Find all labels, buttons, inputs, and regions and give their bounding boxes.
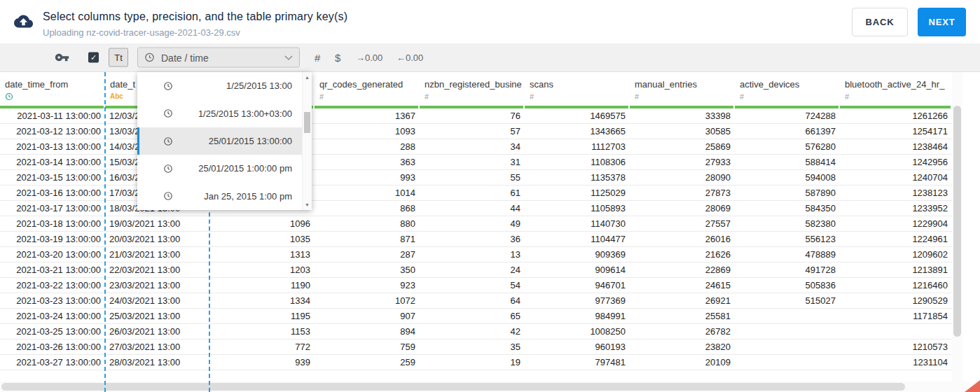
table-cell: 61 [420,186,525,200]
back-button[interactable]: BACK [852,8,908,36]
table-cell: 27/03/2021 13:00 [105,340,209,354]
table-cell: 2021-03-26 13:00:00 [0,340,105,354]
wizard-header: Select columns type, precision, and the … [0,0,980,43]
table-cell: 1035 [209,232,315,246]
table-row: 2021-03-19 13:00:0020/03/2021 13:0010358… [0,232,952,247]
table-cell: 23820 [630,340,735,354]
table-cell: 363 [315,155,420,169]
table-cell: 946701 [525,278,630,293]
column-name: manual_entries [635,79,697,90]
table-cell: 2021-03-13 13:00:00 [0,139,105,154]
table-cell: 576280 [735,139,840,154]
table-cell: 26782 [630,324,735,339]
column-name: date_t [110,79,135,90]
table-cell: 724288 [735,108,840,123]
table-cell: 30585 [630,124,735,139]
table-cell: 26016 [630,232,735,246]
table-cell: 2021-03-23 13:00:00 [0,293,105,308]
table-cell: 871 [315,232,420,246]
table-cell: 939 [209,355,315,370]
table-cell: 584350 [735,201,840,216]
table-cell: 28069 [630,201,735,216]
table-cell: 24 [420,262,525,277]
menu-scrollbar[interactable]: ▲ ▼ [302,72,312,210]
table-cell: 1313 [209,247,315,262]
table-cell: 594008 [735,170,840,185]
table-cell: 76 [420,108,525,123]
scroll-down-icon[interactable]: ▼ [303,202,312,207]
column-header-bluetooth_active_24_hr_[interactable]: bluetooth_active_24_hr_# [840,72,952,108]
vertical-scroll-thumb[interactable] [953,106,961,337]
table-cell: 587890 [735,186,840,200]
table-cell: 1135378 [525,170,630,185]
menu-scroll-thumb[interactable] [304,112,310,133]
primary-key-icon[interactable] [55,50,69,65]
column-header-active_devices[interactable]: active_devices# [735,72,840,108]
column-header-scans[interactable]: scans# [525,72,630,108]
increase-decimals-button[interactable]: ←0.00 [396,52,423,63]
text-type-label: Abc [110,92,123,100]
table-cell: 49 [420,216,525,231]
table-cell: 1096 [209,216,315,231]
table-cell: 2021-03-22 13:00:00 [0,278,105,293]
format-option[interactable]: 1/25/2015 13:00+03:00 [137,99,302,127]
column-header-nzbn_registered_busine[interactable]: nzbn_registered_busine# [420,72,525,108]
column-header-date_time_from[interactable]: date_time_from [0,72,105,108]
table-cell: 1093 [315,124,420,139]
number-type-label: # [845,92,849,101]
format-option-label: Jan 25, 2015 1:00 pm [204,191,302,202]
column-header-qr_codes_generated[interactable]: qr_codes_generated# [315,72,420,108]
table-cell: 1238123 [840,186,952,200]
datetime-format-value: Date / time [161,52,278,63]
include-column-checkbox[interactable]: ✓ [88,52,99,63]
horizontal-scrollbar[interactable] [0,382,970,392]
table-cell: 2021-03-20 13:00:00 [0,247,105,262]
format-option[interactable]: Jan 25, 2015 1:00 pm [137,183,302,210]
column-name: scans [530,79,553,90]
table-cell: 21/03/2021 13:00 [105,247,209,262]
vertical-scrollbar[interactable] [952,72,962,382]
table-cell: 909369 [525,247,630,262]
format-option[interactable]: 1/25/2015 13:00 [137,72,302,99]
table-cell: 26921 [630,293,735,308]
decrease-decimals-button[interactable]: →0.00 [356,52,382,63]
table-row: 2021-03-25 13:00:0026/03/2021 13:0011538… [0,324,952,340]
table-row: 2021-03-26 13:00:0027/03/2021 13:0077275… [0,340,952,355]
table-cell: 2021-03-15 13:00:00 [0,170,105,185]
table-cell: 19/03/2021 13:00 [105,216,209,231]
table-cell: 19 [420,355,525,370]
table-cell: 1261266 [840,108,952,123]
table-cell: 259 [315,355,420,370]
table-cell: 28/03/2021 13:00 [105,355,209,370]
table-cell: 25869 [630,139,735,154]
table-cell: 1290529 [840,293,952,308]
table-cell: 1334 [209,293,315,308]
next-button[interactable]: NEXT [918,8,966,36]
column-name: bluetooth_active_24_hr_ [845,79,944,90]
datetime-format-dropdown[interactable]: Date / time [137,48,300,68]
clock-icon [163,108,173,118]
table-cell: 34 [420,139,525,154]
column-name: nzbn_registered_busine [425,79,522,90]
table-cell: 31 [420,155,525,169]
table-cell: 55 [420,170,525,185]
scroll-up-icon[interactable]: ▲ [303,75,312,80]
text-type-button[interactable]: Tt [109,48,128,67]
column-header-manual_entries[interactable]: manual_entries# [630,72,735,108]
table-cell: 1209602 [840,247,952,262]
table-cell: 25/03/2021 13:00 [105,309,209,323]
table-cell: 1469575 [525,108,630,123]
table-cell: 54 [420,278,525,293]
column-name: qr_codes_generated [319,79,403,90]
table-cell: 2021-03-18 13:00:00 [0,216,105,231]
currency-type-button[interactable]: $ [335,52,340,64]
table-cell [735,355,840,370]
table-cell: 2021-03-21 13:00:00 [0,262,105,277]
horizontal-scroll-thumb[interactable] [1,383,905,391]
number-type-button[interactable]: # [315,52,320,64]
clock-icon [163,81,173,91]
table-cell: 1343665 [525,124,630,139]
format-option[interactable]: 25/01/2015 13:00:00 [137,127,302,155]
table-cell: 64 [420,293,525,308]
format-option[interactable]: 25/01/2015 1:00:00 pm [137,155,302,182]
